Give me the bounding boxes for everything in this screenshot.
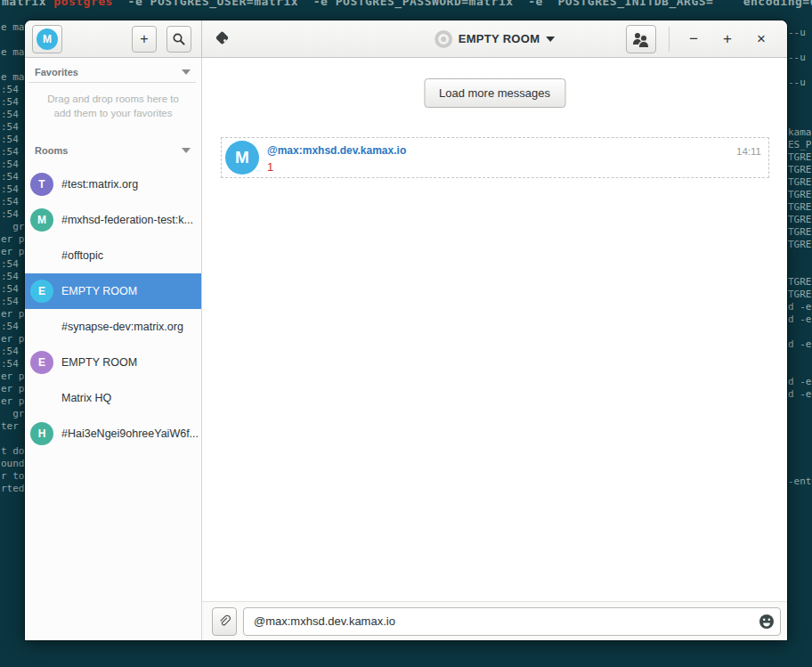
message-input[interactable] <box>243 607 781 636</box>
terminal-line <box>1 59 26 71</box>
search-button[interactable] <box>166 26 191 53</box>
favorites-hint: Drag and drop rooms here to add them to … <box>25 83 201 126</box>
favorites-collapse-icon[interactable] <box>182 69 191 75</box>
close-button[interactable]: × <box>744 25 778 53</box>
people-icon <box>633 33 649 45</box>
terminal-line <box>788 363 812 376</box>
terminal-line: :54 <box>1 183 26 196</box>
message-input-wrap <box>243 607 781 636</box>
terminal-line: d -e <box>788 376 812 388</box>
room-avatar-slot: T <box>30 173 53 196</box>
message-sender[interactable]: @max:mxhsd.dev.kamax.io <box>267 144 736 157</box>
terminal-line: :54 <box>1 283 26 296</box>
rooms-section-header: Rooms <box>25 136 201 160</box>
message-row: M @max:mxhsd.dev.kamax.io 1 14:11 <box>221 137 769 178</box>
message-timestamp: 14:11 <box>736 141 761 175</box>
room-list-item[interactable]: EEMPTY ROOM <box>25 273 201 309</box>
favorites-label: Favorites <box>35 67 78 77</box>
room-list-item[interactable]: M#mxhsd-federation-test:k... <box>25 202 201 238</box>
minimize-button[interactable]: − <box>677 25 710 53</box>
terminal-line: :54 <box>1 271 26 283</box>
emoji-icon[interactable] <box>759 614 775 630</box>
room-avatar-slot: E <box>30 280 53 303</box>
terminal-line: :54 <box>1 134 26 146</box>
terminal-line: :54 <box>1 321 26 333</box>
sidebar-header: M + <box>25 20 202 57</box>
room-name: #synapse-dev:matrix.org <box>61 321 183 333</box>
terminal-line <box>788 89 812 102</box>
terminal-left-column: e ma e ma e ma:54:54:54:54:54:54:54:54:5… <box>1 21 26 495</box>
room-name: EMPTY ROOM <box>61 285 137 297</box>
terminal-line: :54 <box>1 146 26 159</box>
search-icon <box>172 32 186 46</box>
terminal-line: TGRE <box>788 276 812 289</box>
terminal-line: --u <box>788 27 812 39</box>
terminal-line: :54 <box>1 109 26 121</box>
terminal-line: TGRE <box>788 201 812 214</box>
terminal-line: e ma <box>1 71 26 84</box>
terminal-line: :54 <box>1 84 26 96</box>
room-list-item[interactable]: Matrix HQ <box>25 380 201 416</box>
terminal-line: :54 <box>1 171 26 183</box>
terminal-line: e ma <box>1 46 26 59</box>
room-members-button[interactable] <box>626 25 656 53</box>
room-list: T#test:matrix.orgM#mxhsd-federation-test… <box>25 167 201 451</box>
room-name: EMPTY ROOM <box>61 356 137 369</box>
room-avatar-slot: M <box>30 208 53 232</box>
terminal-line <box>788 426 812 438</box>
room-name: #Hai3eNgei9ohreeYaiW6f... <box>61 427 199 440</box>
window-controls: − + × <box>626 25 778 53</box>
terminal-line <box>788 264 812 276</box>
user-account-button[interactable]: M <box>32 25 62 53</box>
terminal-line: TGRE <box>788 176 812 189</box>
room-list-item[interactable]: #synapse-dev:matrix.org <box>25 309 201 345</box>
terminal-line: er p <box>1 333 26 346</box>
terminal-line: TGRE <box>788 214 812 226</box>
terminal-line: er p <box>1 383 26 395</box>
room-avatar-slot: H <box>30 422 53 445</box>
terminal-line: TGRE <box>788 226 812 239</box>
terminal-line: ound <box>1 458 26 470</box>
room-name: #offtopic <box>61 249 103 262</box>
sender-avatar: M <box>225 141 259 175</box>
terminal-line: er p <box>1 233 26 246</box>
message-body: 1 <box>267 160 736 174</box>
terminal-line: er p <box>1 395 26 408</box>
room-avatar-placeholder-icon <box>434 30 452 48</box>
room-avatar: T <box>30 173 53 196</box>
add-room-button[interactable]: + <box>132 26 157 53</box>
terminal-line <box>1 433 26 445</box>
room-list-item[interactable]: H#Hai3eNgei9ohreeYaiW6f... <box>25 416 201 451</box>
terminal-line: :54 <box>1 346 26 358</box>
terminal-line: -ent <box>788 476 812 488</box>
terminal-line: :54 <box>1 96 26 109</box>
load-more-messages-button[interactable]: Load more messages <box>424 78 565 108</box>
sidebar-actions: + <box>132 26 191 53</box>
terminal-line: --u <box>788 77 812 89</box>
terminal-top-line: matrix postgres -e POSTGRES_USER=matrix … <box>2 0 812 8</box>
terminal-line <box>788 39 812 52</box>
terminal-line <box>788 64 812 77</box>
terminal-line: :54 <box>1 196 26 208</box>
message-timeline: Load more messages M @max:mxhsd.dev.kama… <box>202 58 787 601</box>
maximize-button[interactable]: + <box>710 25 744 53</box>
terminal-line <box>788 438 812 451</box>
attach-file-button[interactable] <box>212 607 237 636</box>
pen-icon <box>216 32 230 45</box>
terminal-line: TGRE <box>788 164 812 176</box>
room-avatar: E <box>30 280 53 303</box>
room-avatar: M <box>30 208 53 232</box>
terminal-line: d -e <box>788 301 812 313</box>
terminal-line <box>788 251 812 264</box>
room-list-item[interactable]: #offtopic <box>25 238 201 273</box>
room-name: #test:matrix.org <box>61 178 138 191</box>
room-list-item[interactable]: T#test:matrix.org <box>25 167 201 202</box>
rooms-collapse-icon[interactable] <box>182 148 191 153</box>
room-list-item[interactable]: EEMPTY ROOM <box>25 345 201 380</box>
room-name: #mxhsd-federation-test:k... <box>61 214 193 226</box>
terminal-line <box>788 463 812 476</box>
chat-main: Load more messages M @max:mxhsd.dev.kama… <box>202 58 787 640</box>
room-title-dropdown[interactable]: EMPTY ROOM <box>434 30 556 48</box>
terminal-line: ES_P <box>788 139 812 151</box>
room-name: Matrix HQ <box>61 392 111 404</box>
